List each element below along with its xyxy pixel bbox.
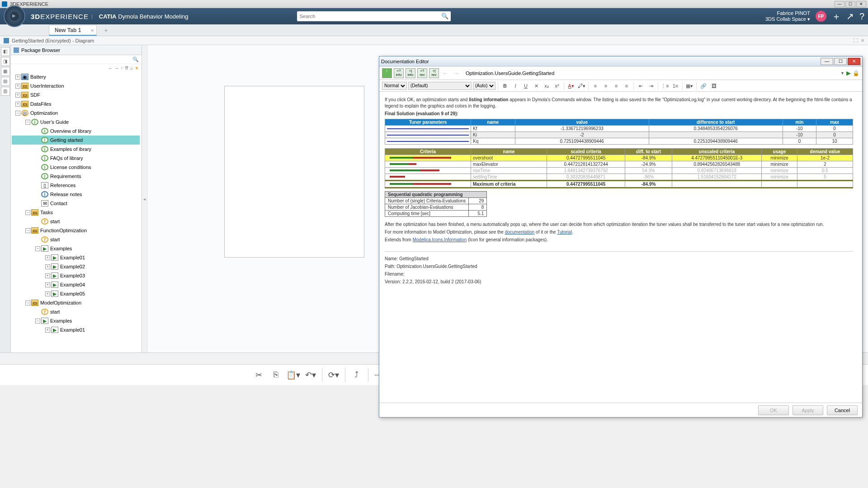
nav-fwd-icon[interactable]: → — [452, 70, 461, 77]
align-justify-icon[interactable]: ≡ — [622, 82, 631, 90]
info-view-btn[interactable]: i — [382, 68, 392, 78]
indent-icon[interactable]: ⇥ — [646, 82, 656, 90]
nav-fav-icon[interactable]: ★ — [135, 66, 139, 70]
nav-home-icon[interactable]: ⌂ — [130, 66, 133, 70]
tree-ex02[interactable]: +▶Example02 — [12, 262, 140, 271]
vt-btn-1[interactable]: ◧ — [1, 47, 10, 56]
dlg-close-icon[interactable]: ✕ — [848, 58, 860, 65]
share-icon[interactable]: ↗ — [846, 11, 854, 22]
highlight-icon[interactable]: 🖍▾ — [577, 82, 586, 90]
bullet-list-icon[interactable]: ⋮≡ — [660, 82, 670, 90]
cancel-button[interactable]: Cancel — [827, 405, 858, 415]
close-doc-icon[interactable]: ✕ — [861, 38, 864, 43]
tree-references[interactable]: ▯References — [12, 181, 140, 190]
tutorial-link[interactable]: Tutorial — [557, 230, 572, 235]
rev-view-btn[interactable]: >|info — [406, 68, 415, 78]
link-icon[interactable]: 🔗 — [699, 82, 708, 90]
nav-top-icon[interactable]: ⇈ — [125, 66, 128, 70]
compass-icon[interactable] — [4, 5, 25, 27]
ok-button[interactable]: OK — [758, 405, 789, 415]
font-select[interactable]: (Default) — [408, 82, 472, 90]
play-icon[interactable]: ▶ — [846, 70, 851, 76]
package-search[interactable]: 🔍 — [11, 55, 142, 64]
style-select[interactable]: Normal — [382, 82, 407, 90]
maximize-view-icon[interactable]: ⛶ — [854, 38, 858, 43]
italic-icon[interactable]: I — [511, 82, 520, 90]
nav-back-icon[interactable]: ← — [108, 66, 113, 70]
bold-icon[interactable]: B — [500, 82, 509, 90]
tree-funcopt[interactable]: −▭FunctionOptimization — [12, 226, 140, 235]
tree-modelopt-ex01[interactable]: +▶Example01 — [12, 325, 140, 334]
add-icon[interactable]: ＋ — [832, 10, 841, 23]
vt-btn-4[interactable]: ▤ — [1, 77, 10, 86]
tree-funcopt-start[interactable]: fstart — [12, 235, 140, 244]
number-list-icon[interactable]: 1≡ — [671, 82, 680, 90]
search-input[interactable] — [297, 11, 451, 21]
extends-link[interactable]: Modelica.Icons.Information — [413, 237, 467, 242]
rev-src-btn[interactable]: <?rev — [417, 68, 427, 78]
tree-battery[interactable]: +◉Battery — [12, 72, 140, 81]
tree-ex01[interactable]: +▶Example01 — [12, 253, 140, 262]
align-right-icon[interactable]: ≡ — [612, 82, 621, 90]
dialog-titlebar[interactable]: Documentation Editor — ☐ ✕ — [379, 56, 862, 66]
tree-release[interactable]: iRelease notes — [12, 190, 140, 199]
nav-back-icon[interactable]: ← — [441, 70, 450, 77]
vt-btn-2[interactable]: ◨ — [1, 57, 10, 66]
tree-license[interactable]: iLicense conditions — [12, 163, 140, 172]
subscript-icon[interactable]: x₂ — [542, 82, 551, 90]
avatar[interactable]: FP — [816, 11, 826, 22]
tree-funcopt-examples[interactable]: −▶Examples — [12, 244, 140, 253]
new-tab-button[interactable]: + — [104, 27, 108, 36]
upload-icon[interactable]: ⤴ — [349, 367, 364, 383]
tab-close-icon[interactable]: × — [91, 28, 94, 33]
minimize-button[interactable]: — — [835, 1, 844, 7]
tree-ex03[interactable]: +▶Example03 — [12, 271, 140, 280]
image-icon[interactable]: 🖼 — [709, 82, 718, 90]
outdent-icon[interactable]: ⇤ — [636, 82, 645, 90]
underline-icon[interactable]: U — [521, 82, 530, 90]
align-center-icon[interactable]: ≡ — [601, 82, 610, 90]
rev-src2-btn[interactable]: >|rev — [429, 68, 439, 78]
refresh-icon[interactable]: ⟳▾ — [326, 367, 341, 383]
tree-requirements[interactable]: iRequirements — [12, 172, 140, 181]
maximize-button[interactable]: ☐ — [845, 1, 855, 7]
tree-examples-lib[interactable]: iExamples of ibrary — [12, 145, 140, 154]
strike-icon[interactable]: ✕ — [532, 82, 541, 90]
vt-btn-5[interactable]: ▥ — [1, 87, 10, 96]
tree-ex05[interactable]: +▶Example05 — [12, 289, 140, 298]
search-icon[interactable]: 🔍 — [441, 13, 448, 19]
tab-new-1[interactable]: New Tab 1× — [49, 25, 97, 36]
lock-icon[interactable]: 🔒 — [853, 70, 859, 76]
undo-icon[interactable]: ↶▾ — [303, 367, 318, 383]
tree-modelopt-examples[interactable]: −▶Examples — [12, 316, 140, 325]
tree-userinteraction[interactable]: +▭UserInteraction — [12, 81, 140, 90]
align-left-icon[interactable]: ≡ — [591, 82, 600, 90]
diagram-canvas[interactable]: Documentation Editor — ☐ ✕ i <?info >|in… — [147, 45, 868, 352]
tree-getting-started[interactable]: iGetting started — [12, 136, 140, 145]
tree-sdf[interactable]: +▭SDF — [12, 90, 140, 99]
tree-overview[interactable]: iOverview of library — [12, 127, 140, 136]
size-select[interactable]: (Auto) — [473, 82, 495, 90]
doc-content[interactable]: If you click OK, an optimization starts … — [379, 92, 862, 403]
help-icon[interactable]: ? — [859, 11, 864, 22]
tree-contact[interactable]: ✉Contact — [12, 199, 140, 208]
documentation-link[interactable]: documentation — [505, 230, 535, 235]
tree-tasks[interactable]: −▭Tasks — [12, 208, 140, 217]
tree-datafiles[interactable]: +▭DataFiles — [12, 99, 140, 108]
tree-optimization[interactable]: −◎Optimization — [12, 108, 140, 117]
info-src-btn[interactable]: <?info — [394, 68, 404, 78]
vt-btn-3[interactable]: ▦ — [1, 67, 10, 76]
tree-ex04[interactable]: +▶Example04 — [12, 280, 140, 289]
doc-path[interactable]: Optimization.UsersGuide.GettingStarted — [462, 69, 839, 77]
tree-modelopt[interactable]: −▭ModelOptimization — [12, 298, 140, 307]
dlg-maximize-icon[interactable]: ☐ — [834, 58, 847, 65]
tree-tasks-start[interactable]: fstart — [12, 217, 140, 226]
collapse-handle[interactable]: ◂ — [142, 45, 147, 352]
paste-icon[interactable]: 📋▾ — [286, 367, 301, 383]
dlg-minimize-icon[interactable]: — — [821, 58, 833, 65]
table-icon[interactable]: ▦▾ — [685, 82, 694, 90]
cut-icon[interactable]: ✂ — [251, 367, 267, 383]
tree-modelopt-start[interactable]: fstart — [12, 307, 140, 316]
superscript-icon[interactable]: x² — [552, 82, 561, 90]
nav-fwd-icon[interactable]: → — [114, 66, 119, 70]
